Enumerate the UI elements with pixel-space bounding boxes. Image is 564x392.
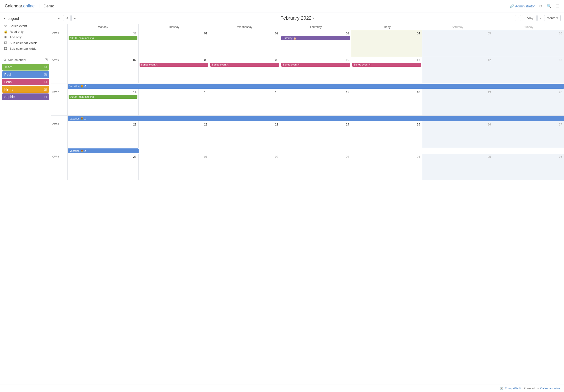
vacation-event-cw7[interactable]: Vacation 🌻🏖 xyxy=(68,84,564,89)
event-birthday[interactable]: Birthday 🎂 xyxy=(281,36,350,40)
calendar-henry-label: Henry xyxy=(4,87,13,91)
day-cell-sun-cw7[interactable]: 20 xyxy=(493,89,564,115)
today-button[interactable]: Today xyxy=(522,15,536,21)
day-cell-thu-cw5[interactable]: 03 Birthday 🎂 xyxy=(280,30,351,57)
event-series-thu[interactable]: Series event ↻ xyxy=(281,63,350,67)
day-cell-fri-cw6[interactable]: 11 Series event ↻ xyxy=(351,57,422,83)
day-num-10: 10 xyxy=(281,58,350,63)
calendar-paul-check: ☑ xyxy=(44,73,47,76)
day-cell-thu-cw7[interactable]: 17 xyxy=(280,89,351,115)
menu-icon[interactable]: ☰ xyxy=(556,4,559,8)
event-series-tue[interactable]: Series event ↻ xyxy=(139,63,208,67)
calendar-henry-check: ☑ xyxy=(44,88,47,91)
back-double-button[interactable]: « xyxy=(56,15,62,21)
refresh-button[interactable]: ↺ xyxy=(63,15,70,21)
day-cell-thu-cw8[interactable]: 24 xyxy=(280,121,351,148)
legend-item-subcal-hidden: ☐ Sub-calendar hidden xyxy=(3,46,48,51)
week-grid-cw6: CW 6 07 08 Series event ↻ xyxy=(51,57,564,83)
cal-toolbar: « ↺ 🖨 February 2022 ▾ ‹ Today › Month ▾ xyxy=(51,13,564,24)
day-cell-tue-cw8[interactable]: 22 xyxy=(139,121,210,148)
day-cell-fri-cw7[interactable]: 18 xyxy=(351,89,422,115)
day-cell-mon-cw5[interactable]: 31 10:00 Team meeting xyxy=(68,30,139,57)
calendar-paul[interactable]: Paul ☑ xyxy=(2,71,49,78)
addonly-icon: ⊞ xyxy=(3,36,8,39)
day-num-06-cw5: 06 xyxy=(494,31,563,36)
toolbar-title[interactable]: February 2022 ▾ xyxy=(81,15,513,21)
week-grid-cw7: CW 7 14 10:00 Team meeting 15 xyxy=(51,89,564,115)
legend-item-readonly: 🔒 Read only xyxy=(3,29,48,34)
subcal-visible-icon: ☑ xyxy=(3,41,8,45)
legend-header[interactable]: ∧ Legend xyxy=(0,15,51,23)
next-button[interactable]: › xyxy=(537,15,543,21)
multiday-band-cw7: Vacation 🌻🏖 xyxy=(51,84,564,89)
day-cell-sat-cw8[interactable]: 26 xyxy=(422,121,493,148)
admin-link[interactable]: 🔗 Administrator xyxy=(510,4,535,8)
day-num-18: 18 xyxy=(352,90,421,95)
cw5-label: CW 5 xyxy=(52,32,59,35)
event-team-meeting-cw7[interactable]: 10:00 Team meeting xyxy=(69,95,138,99)
day-cell-sat-cw5[interactable]: 05 xyxy=(422,30,493,57)
day-num-03-next: 03 xyxy=(281,155,350,159)
subcal-text: Sub-calendar xyxy=(8,58,26,62)
view-selector[interactable]: Month ▾ xyxy=(544,15,561,21)
day-cell-sun-cw8[interactable]: 27 xyxy=(493,121,564,148)
vacation-cw7-label: Vacation 🌻🏖 xyxy=(69,85,86,88)
week-grid-cw5: CW 5 31 10:00 Team meeting xyxy=(51,30,564,57)
event-team-meeting-cw5[interactable]: 10:00 Team meeting xyxy=(69,36,138,40)
day-cell-sun-cw5[interactable]: 06 xyxy=(493,30,564,57)
day-cell-mon-cw8[interactable]: 21 xyxy=(68,121,139,148)
gear-subcal-icon[interactable]: ⚙ xyxy=(3,58,6,62)
day-cell-thu-cw6[interactable]: 10 Series event ↻ xyxy=(280,57,351,83)
calendar-lena[interactable]: Lena ☑ xyxy=(2,79,49,85)
cw8-multiday-spacer xyxy=(51,116,68,121)
day-cell-tue-cw7[interactable]: 15 xyxy=(139,89,210,115)
day-cell-sun-cw6[interactable]: 13 xyxy=(493,57,564,83)
day-num-13: 13 xyxy=(494,58,563,63)
event-series-wed[interactable]: Series event ↻ xyxy=(210,63,279,67)
cw9-vacation-span[interactable]: Vacation 🌻🏖 xyxy=(68,148,139,154)
gear-icon[interactable]: ⚙ xyxy=(539,4,542,8)
vacation-event-cw8[interactable]: Vacation 🌻🏖 xyxy=(68,116,564,121)
day-cell-mon-cw9[interactable]: 28 xyxy=(68,154,139,180)
day-cell-wed-cw8[interactable]: 23 xyxy=(209,121,280,148)
day-num-28: 28 xyxy=(69,155,138,159)
calendar-henry[interactable]: Henry ☑ xyxy=(2,86,49,93)
event-series-thu-label: Series event ↻ xyxy=(283,63,300,66)
day-cell-tue-cw5[interactable]: 01 xyxy=(139,30,210,57)
calendar-sophie[interactable]: Sophie ☑ xyxy=(2,94,49,100)
event-tm-cw7-label: 10:00 Team meeting xyxy=(70,95,94,98)
day-cell-wed-cw7[interactable]: 16 xyxy=(209,89,280,115)
vacation-event-cw9[interactable]: Vacation 🌻🏖 xyxy=(68,148,139,153)
week-row-cw6: CW 6 07 08 Series event ↻ xyxy=(51,57,564,84)
day-cell-sat-cw9[interactable]: 05 xyxy=(422,154,493,180)
search-icon[interactable]: 🔍 xyxy=(547,4,551,8)
calendar-team-check: ☑ xyxy=(44,66,47,69)
print-button[interactable]: 🖨 xyxy=(71,15,79,21)
day-cell-sat-cw7[interactable]: 19 xyxy=(422,89,493,115)
cw8-vacation-span[interactable]: Vacation 🌻🏖 xyxy=(68,116,564,121)
day-cell-fri-cw8[interactable]: 25 xyxy=(351,121,422,148)
day-header-thursday: Thursday xyxy=(280,24,351,30)
day-cell-wed-cw6[interactable]: 09 Series event ↻ xyxy=(209,57,280,83)
day-cell-fri-cw5[interactable]: 04 xyxy=(351,30,422,57)
prev-button[interactable]: ‹ xyxy=(515,15,521,21)
calendar-team[interactable]: Team ☑ xyxy=(2,64,49,70)
day-cell-wed-cw5[interactable]: 02 xyxy=(209,30,280,57)
day-num-17: 17 xyxy=(281,90,350,95)
vacation-cw9-label: Vacation 🌻🏖 xyxy=(69,149,86,153)
day-cell-thu-cw9[interactable]: 03 xyxy=(280,154,351,180)
day-cell-sat-cw6[interactable]: 12 xyxy=(422,57,493,83)
day-num-01-cw5: 01 xyxy=(139,31,208,36)
subcal-check-icon[interactable]: ☑ xyxy=(45,58,48,62)
day-cell-sun-cw9[interactable]: 06 xyxy=(493,154,564,180)
day-cell-mon-cw7[interactable]: 14 10:00 Team meeting xyxy=(68,89,139,115)
logo-online: online xyxy=(23,4,35,8)
day-cell-wed-cw9[interactable]: 02 xyxy=(209,154,280,180)
day-cell-tue-cw9[interactable]: 01 xyxy=(139,154,210,180)
event-series-fri[interactable]: Series event ↻ xyxy=(352,63,421,67)
cw7-label-cell: CW 7 xyxy=(51,89,68,115)
day-cell-tue-cw6[interactable]: 08 Series event ↻ xyxy=(139,57,210,83)
day-cell-fri-cw9[interactable]: 04 xyxy=(351,154,422,180)
cw7-vacation-span[interactable]: Vacation 🌻🏖 xyxy=(68,84,564,89)
day-cell-mon-cw6[interactable]: 07 xyxy=(68,57,139,83)
